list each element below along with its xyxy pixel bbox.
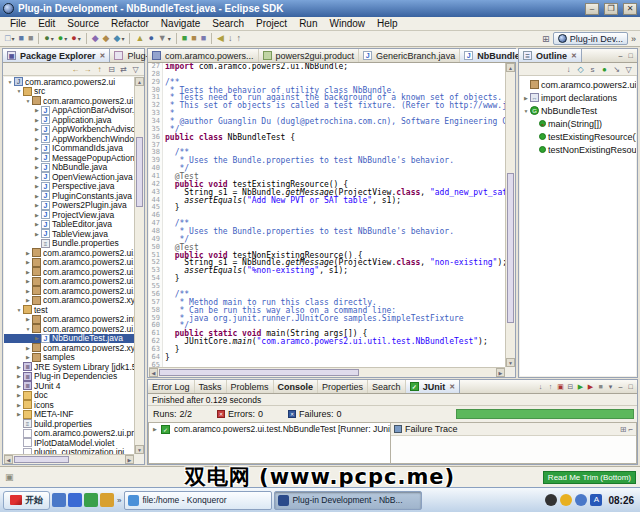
tree-collapsed-arrow[interactable]: ▶ [24, 316, 32, 322]
tree-collapsed-arrow[interactable]: ▶ [15, 373, 23, 379]
tree-collapsed-arrow[interactable]: ▶ [24, 297, 32, 303]
maximize-view-icon[interactable]: □ [626, 52, 635, 59]
scrollbar-thumb[interactable] [136, 137, 143, 207]
tree-item[interactable]: testExistingResource() [520, 130, 636, 143]
stop-icon[interactable]: ■ [596, 383, 605, 390]
tree-collapsed-arrow[interactable]: ▶ [33, 183, 41, 189]
minimize-icon[interactable]: – [616, 383, 625, 390]
prev-failure-icon[interactable]: ↑ [546, 383, 555, 390]
hide-local-types-icon[interactable]: ↘ [611, 65, 622, 74]
hide-non-public-icon[interactable]: ● [599, 65, 610, 74]
open-type-button[interactable]: ■ [199, 32, 208, 45]
quick-launch-overflow-chevron[interactable]: » [116, 496, 122, 505]
tab-junit[interactable]: JUnit✕ [406, 380, 460, 393]
tab-powers2gui-product[interactable]: powers2gui.product [259, 49, 360, 62]
tab-com-aramco-powers-[interactable]: com.aramco.powers... [148, 49, 259, 62]
tree-item[interactable]: testNonExistingResource() [520, 143, 636, 156]
print-button[interactable]: ■ [26, 32, 35, 45]
tree-item[interactable]: ▼com.aramco.powers2.ui [4, 96, 134, 106]
tree-expanded-arrow[interactable]: ▼ [24, 326, 32, 332]
perspective-button-plugin-dev[interactable]: Plug-in Dev... [553, 32, 628, 45]
tray-icon-3[interactable] [575, 494, 587, 506]
tree-item[interactable]: ▶TableView.java [4, 229, 134, 239]
rerun-failed-icon[interactable]: ▶ [586, 383, 595, 391]
tree-item[interactable]: ▼NbBundleTest [520, 104, 636, 117]
menu-file[interactable]: File [4, 18, 32, 29]
tree-collapsed-arrow[interactable]: ▶ [33, 231, 41, 237]
tree-item[interactable]: IPlotDataModel.violet [4, 438, 134, 448]
editor-horizontal-scrollbar[interactable]: ◀ ▶ [149, 367, 505, 377]
konqueror-icon[interactable] [68, 493, 82, 507]
back-icon[interactable]: ← [70, 65, 81, 74]
tree-item[interactable]: ▶TableEditor.java [4, 220, 134, 230]
tree-item[interactable]: ▶Powers2Plugin.java [4, 201, 134, 211]
mark-occurrences-button[interactable]: ▼▾ [156, 32, 173, 45]
open-perspective-icon[interactable]: ⊞ [542, 34, 550, 44]
scroll-left-arrow-icon[interactable]: ◀ [149, 368, 158, 377]
tree-item[interactable]: ▶AppActionBarAdvisor.java [4, 106, 134, 116]
tree-item[interactable]: ▶AppWorkbenchWindowAdvisor.java [4, 134, 134, 144]
tree-collapsed-arrow[interactable]: ▶ [33, 136, 41, 142]
tree-expanded-arrow[interactable]: ▼ [24, 98, 32, 104]
plugin-export-button[interactable]: ◆▾ [112, 32, 127, 45]
tree-item[interactable]: ▶AppWorkbenchAdvisor.java [4, 125, 134, 135]
tree-collapsed-arrow[interactable]: ▶ [33, 212, 41, 218]
tree-collapsed-arrow[interactable]: ▶ [15, 402, 23, 408]
scroll-right-arrow-icon[interactable]: ▶ [496, 368, 505, 377]
tree-collapsed-arrow[interactable]: ▶ [33, 221, 41, 227]
hide-fields-icon[interactable]: ◇ [575, 65, 586, 74]
tree-collapsed-arrow[interactable]: ▶ [24, 288, 32, 294]
tree-item[interactable]: ▶com.aramco.powers2.ui.table [4, 277, 134, 287]
tree-item[interactable]: ▶com.aramco.powers2.xyplot.data [4, 296, 134, 306]
tree-item[interactable]: ▶ICommandIds.java [4, 144, 134, 154]
tree-item[interactable]: ▼com.aramco.powers2.ui.test [4, 324, 134, 334]
tab-close-icon[interactable]: ✕ [449, 383, 455, 391]
tree-item[interactable]: ▶JUnit 4 [4, 381, 134, 391]
maximize-icon[interactable]: □ [626, 383, 635, 390]
tab-console[interactable]: Console [274, 380, 319, 393]
tree-item[interactable]: Bundle.properties [4, 239, 134, 249]
link-with-editor-icon[interactable]: ⇄ [118, 65, 129, 74]
tree-collapsed-arrow[interactable]: ▶ [33, 145, 41, 151]
tree-collapsed-arrow[interactable]: ▶ [24, 278, 32, 284]
taskbar-window-button[interactable]: Plug-in Development - NbB... [274, 491, 422, 510]
tree-item[interactable]: ▶com.aramco.powers2.ui.action [4, 248, 134, 258]
perspective-overflow-chevron[interactable]: » [631, 34, 636, 44]
tree-item[interactable]: ▶Plug-in Dependencies [4, 372, 134, 382]
tab-close-icon[interactable]: ✕ [571, 52, 577, 60]
tree-collapsed-arrow[interactable]: ▶ [15, 411, 23, 417]
tree-item[interactable]: ▶META-INF [4, 410, 134, 420]
tree-item[interactable]: com.aramco.powers2.ui.test [520, 78, 636, 91]
view-menu-icon[interactable]: ▾ [606, 383, 615, 391]
tab-close-icon[interactable]: ✕ [100, 52, 106, 60]
search-button[interactable]: ● [146, 32, 155, 45]
tree-item[interactable]: ▶com.aramco.powers2.ui.projectr [4, 267, 134, 277]
tab-search[interactable]: Search [368, 380, 406, 393]
tree-collapsed-arrow[interactable]: ▶ [33, 126, 41, 132]
tree-item[interactable]: ▼src [4, 87, 134, 97]
tab-genericbranch-java[interactable]: GenericBranch.java [359, 49, 460, 62]
tree-expanded-arrow[interactable]: ▼ [522, 108, 530, 114]
menu-edit[interactable]: Edit [32, 18, 61, 29]
tree-item[interactable]: build.properties [4, 419, 134, 429]
maximize-button[interactable]: ❐ [604, 3, 618, 15]
tree-collapsed-arrow[interactable]: ▶ [33, 155, 41, 161]
hide-static-icon[interactable]: s [587, 65, 598, 74]
tree-item[interactable]: ▶Application.java [4, 115, 134, 125]
minimize-view-icon[interactable]: – [616, 52, 625, 59]
scroll-down-arrow-icon[interactable]: ▼ [135, 445, 144, 454]
tray-icon-2[interactable] [560, 494, 572, 506]
tree-item[interactable]: ▶com.aramco.powers2.internal.ui [4, 315, 134, 325]
scrollbar-thumb[interactable] [14, 456, 69, 463]
menu-source[interactable]: Source [61, 18, 105, 29]
scrollbar-thumb[interactable] [507, 173, 514, 323]
view-menu-icon[interactable]: ▽ [130, 65, 141, 74]
last-edit-location-button[interactable]: ◀ [215, 32, 226, 45]
tree-item[interactable]: ▶com.aramco.powers2.ui.forms [4, 258, 134, 268]
new-java-class-button[interactable]: ■ [180, 32, 189, 45]
menu-navigate[interactable]: Navigate [155, 18, 206, 29]
tree-item[interactable]: ▶Perspective.java [4, 182, 134, 192]
plugin-search-button[interactable]: ◆ [101, 32, 112, 45]
collapse-all-icon[interactable]: ⊟ [106, 65, 117, 74]
menu-window[interactable]: Window [323, 18, 371, 29]
